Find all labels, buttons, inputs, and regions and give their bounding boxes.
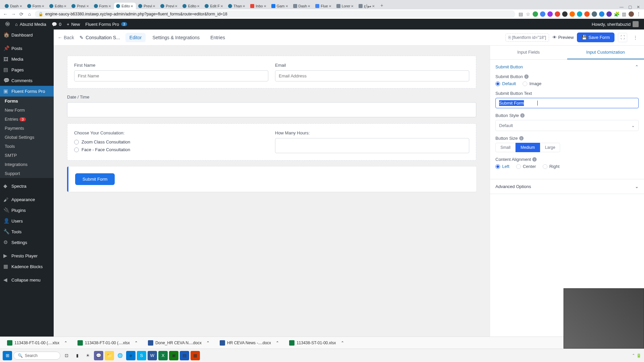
sidebar-item-tools[interactable]: 🔧Tools <box>0 226 54 237</box>
close-icon[interactable]: ✕ <box>220 4 224 8</box>
browser-tab[interactable]: Form✕ <box>25 3 47 9</box>
size-small[interactable]: Small <box>495 143 516 152</box>
close-icon[interactable]: ✕ <box>42 4 45 8</box>
fullscreen-button[interactable]: ⛶ <box>618 33 627 42</box>
sidebar-item-comments[interactable]: 💬Comments <box>0 75 54 86</box>
new-tab-button[interactable]: + <box>378 1 386 9</box>
radio-default[interactable]: Default <box>495 81 516 86</box>
extension-icon[interactable] <box>570 11 575 17</box>
submenu-newform[interactable]: New Form <box>0 106 54 115</box>
chevron-up-icon[interactable]: ⌃ <box>276 341 279 345</box>
submenu-tools[interactable]: Tools <box>0 142 54 151</box>
download-item[interactable]: Done_HR CEVA N....docx⌃ <box>145 339 213 347</box>
submenu-payments[interactable]: Payments <box>0 124 54 133</box>
sidebar-item-presto[interactable]: ▶Presto Player <box>0 250 54 261</box>
section-advanced-options[interactable]: Advanced Options ⌄ <box>490 179 644 194</box>
browser-tab[interactable]: Lorer✕ <box>334 3 357 9</box>
home-icon[interactable]: ⌂ <box>27 11 32 17</box>
close-icon[interactable]: ✕ <box>130 4 134 8</box>
download-item[interactable]: 113438-FT-01-00 (....xlsx⌃ <box>74 339 141 347</box>
submenu-integrations[interactable]: Integrations <box>0 160 54 169</box>
browser-tab[interactable]: Edito✕ <box>47 3 69 9</box>
close-icon[interactable]: ✕ <box>264 4 267 8</box>
sidebar-item-media[interactable]: 🖼Media <box>0 54 54 64</box>
browser-tab[interactable]: Edito✕ <box>180 3 202 9</box>
radio-image[interactable]: Image <box>523 81 541 86</box>
extension-icon[interactable] <box>599 11 604 17</box>
sidebar-item-settings[interactable]: ⚙Settings <box>0 237 54 248</box>
site-name[interactable]: ⌂Abuzid Media <box>12 19 49 29</box>
browser-tab-active[interactable]: Edito✕ <box>114 3 136 9</box>
submenu-smtp[interactable]: SMTP <box>0 151 54 160</box>
more-button[interactable]: ⋮ <box>631 33 640 42</box>
sidebar-item-users[interactable]: 👤Users <box>0 216 54 226</box>
extension-icon[interactable] <box>592 11 597 17</box>
extension-icon[interactable] <box>562 11 568 17</box>
form-row[interactable]: Date / Time <box>67 95 476 117</box>
submenu-support[interactable]: Support <box>0 169 54 178</box>
align-center[interactable]: Center <box>516 164 536 169</box>
browser-tab[interactable]: Than✕ <box>226 3 248 9</box>
panel-tab-fields[interactable]: Input Fields <box>490 46 567 59</box>
close-icon[interactable]: ✕ <box>19 4 23 8</box>
close-window-icon[interactable]: ✕ <box>637 5 640 9</box>
fluent-forms-link[interactable]: Fluent Forms Pro3 <box>83 19 130 29</box>
submenu-entries[interactable]: Entries3 <box>0 115 54 124</box>
browser-tab[interactable]: Previ✕ <box>158 3 180 9</box>
browser-tab[interactable]: Form✕ <box>92 3 114 9</box>
submit-form-button[interactable]: Submit Form <box>75 173 115 185</box>
close-icon[interactable]: ✕ <box>285 4 289 8</box>
forward-icon[interactable]: → <box>11 11 16 17</box>
chevron-up-icon[interactable]: ⌃ <box>206 341 210 345</box>
tab-entries[interactable]: Entries <box>206 33 229 42</box>
maximize-icon[interactable]: ▢ <box>628 5 632 9</box>
extension-icon[interactable] <box>533 11 538 17</box>
submenu-forms[interactable]: Forms <box>0 97 54 106</box>
browser-tab[interactable]: Previ✕ <box>69 3 91 9</box>
extension-icon[interactable] <box>547 11 553 17</box>
panel-tab-customization[interactable]: Input Customization <box>567 46 644 59</box>
sidebar-item-fluentforms[interactable]: ▣Fluent Forms Pro <box>0 86 54 97</box>
shortcode-box[interactable]: ⎘[fluentform id="18"] <box>505 34 549 42</box>
date-input[interactable] <box>67 102 476 117</box>
form-row[interactable]: Choose Your Consulation: Zoom Class Cons… <box>67 123 476 161</box>
bookmark-icon[interactable]: ☆ <box>525 11 531 17</box>
sidebar-item-spectra[interactable]: ◆Spectra <box>0 181 54 191</box>
sidepanel-icon[interactable]: ▥ <box>621 11 627 17</box>
new-content[interactable]: +New <box>64 19 83 29</box>
align-right[interactable]: Right <box>543 164 559 169</box>
first-name-input[interactable] <box>74 70 268 81</box>
close-icon[interactable]: ✕ <box>372 4 375 8</box>
extension-icon[interactable] <box>584 11 590 17</box>
hours-input[interactable] <box>275 138 469 153</box>
sidebar-item-kadence[interactable]: ▦Kadence Blocks <box>0 261 54 272</box>
chevron-up-icon[interactable]: ⌃ <box>341 341 344 345</box>
reload-icon[interactable]: ⟳ <box>19 11 24 17</box>
tab-settings[interactable]: Settings & Integrations <box>148 33 204 42</box>
close-icon[interactable]: ✕ <box>243 4 246 8</box>
profile-avatar[interactable] <box>629 11 634 17</box>
close-icon[interactable]: ✕ <box>308 4 311 8</box>
close-icon[interactable]: ✕ <box>197 4 200 8</box>
share-icon[interactable]: ▤ <box>518 11 523 17</box>
download-item[interactable]: 113438-ST-01-00.xlsx⌃ <box>286 339 347 347</box>
sidebar-item-posts[interactable]: 📌Posts <box>0 43 54 54</box>
extension-icon[interactable] <box>577 11 582 17</box>
download-item[interactable]: 113438-FT-01-00 (....xlsx⌃ <box>4 339 70 347</box>
size-large[interactable]: Large <box>540 143 560 152</box>
browser-tab[interactable]: Dash✕ <box>3 3 25 9</box>
close-icon[interactable]: ✕ <box>351 4 354 8</box>
save-form-button[interactable]: 💾Save Form <box>577 33 614 42</box>
sidebar-item-plugins[interactable]: 🔌Plugins <box>0 205 54 216</box>
browser-tab[interactable]: Inbo✕ <box>248 3 269 9</box>
howdy-user[interactable]: Howdy, sherifabuzid <box>589 19 641 29</box>
email-input[interactable] <box>275 70 469 81</box>
back-button[interactable]: ←Back <box>58 35 74 40</box>
close-icon[interactable]: ✕ <box>64 4 67 8</box>
back-icon[interactable]: ← <box>3 11 8 17</box>
close-icon[interactable]: ✕ <box>86 4 90 8</box>
extension-icon[interactable] <box>555 11 560 17</box>
sidebar-item-appearance[interactable]: 🖌Appearance <box>0 194 54 205</box>
comments-link[interactable]: 💬0 <box>49 19 64 29</box>
extensions-menu-icon[interactable]: 🧩 <box>614 11 619 17</box>
